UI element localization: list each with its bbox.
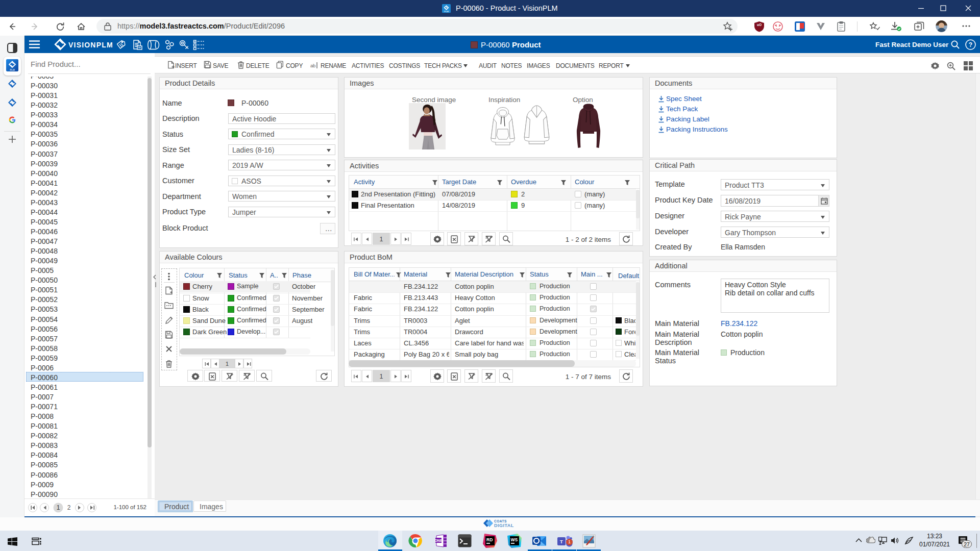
svg-text:RD: RD bbox=[486, 537, 493, 542]
svg-text:ONE: ONE bbox=[434, 539, 443, 542]
svg-text:?: ? bbox=[969, 41, 972, 48]
svg-text:1: 1 bbox=[57, 504, 60, 511]
svg-text:WS: WS bbox=[511, 537, 518, 542]
svg-text:uO: uO bbox=[757, 23, 762, 27]
svg-text:T: T bbox=[560, 539, 563, 544]
svg-text:2: 2 bbox=[67, 504, 71, 511]
svg-text:PLM: PLM bbox=[444, 10, 449, 13]
svg-text:ab: ab bbox=[310, 63, 315, 68]
svg-text:COATS: COATS bbox=[494, 519, 507, 523]
svg-text:PLM: PLM bbox=[10, 69, 15, 71]
svg-text:DIGITAL: DIGITAL bbox=[494, 523, 514, 528]
